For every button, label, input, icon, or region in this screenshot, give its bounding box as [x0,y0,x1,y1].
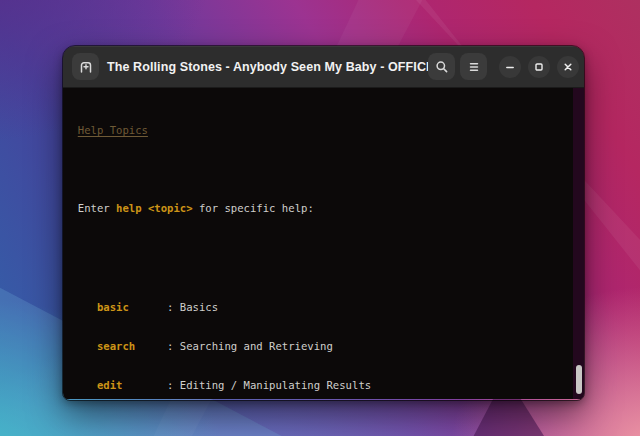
intro-suffix: for specific help: [193,202,314,214]
topic-name: basic [97,301,167,314]
help-intro-line: Enter help <topic> for specific help: [65,202,584,215]
minimize-icon [503,60,517,74]
scrollbar-thumb[interactable] [576,365,582,394]
close-button[interactable] [557,56,579,78]
tab-new-icon [78,59,94,75]
help-topic-row-basic: basic: Basics [65,301,584,314]
titlebar[interactable]: The Rolling Stones - Anybody Seen My Bab… [63,46,584,88]
topic-desc: Basics [180,301,218,313]
minimize-button[interactable] [499,56,521,78]
window-title: The Rolling Stones - Anybody Seen My Bab… [99,60,428,74]
terminal-window: The Rolling Stones - Anybody Seen My Bab… [63,46,584,400]
maximize-button[interactable] [528,56,550,78]
help-topics-heading: Help Topics [65,124,584,137]
topic-desc: Editing / Manipulating Results [180,379,371,391]
terminal-screen[interactable]: Help Topics Enter help <topic> for speci… [63,88,584,399]
close-icon [561,60,575,74]
intro-prefix: Enter [78,202,116,214]
topic-name: edit [97,379,167,392]
search-icon [434,59,450,75]
scrollbar-track[interactable] [573,88,584,399]
desktop-wallpaper: The Rolling Stones - Anybody Seen My Bab… [0,0,640,436]
hamburger-menu-icon [466,59,482,75]
help-topic-row-search: search: Searching and Retrieving [65,340,584,353]
maximize-icon [532,60,546,74]
menu-button[interactable] [460,53,487,80]
search-button[interactable] [428,53,455,80]
intro-command: help <topic> [116,202,193,214]
help-topic-row-edit: edit: Editing / Manipulating Results [65,379,584,392]
topic-name: search [97,340,167,353]
new-tab-button[interactable] [72,53,99,80]
topic-desc: Searching and Retrieving [180,340,333,352]
